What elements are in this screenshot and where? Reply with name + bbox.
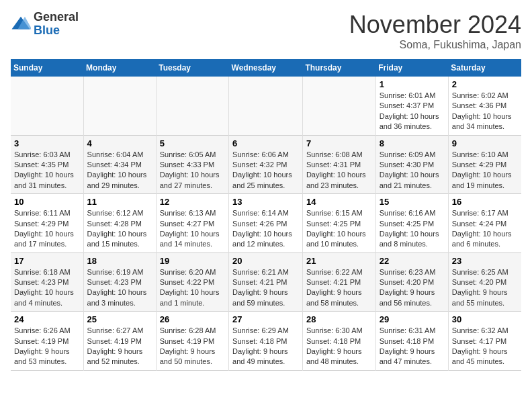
day-info: Sunrise: 6:14 AM Sunset: 4:26 PM Dayligh…	[232, 208, 299, 250]
week-row-2: 3Sunrise: 6:03 AM Sunset: 4:35 PM Daylig…	[11, 135, 521, 194]
day-info: Sunrise: 6:01 AM Sunset: 4:37 PM Dayligh…	[380, 91, 445, 132]
day-info: Sunrise: 6:16 AM Sunset: 4:25 PM Dayligh…	[380, 208, 445, 250]
day-number: 1	[380, 79, 445, 89]
day-info: Sunrise: 6:25 AM Sunset: 4:20 PM Dayligh…	[452, 267, 518, 309]
calendar-cell: 11Sunrise: 6:12 AM Sunset: 4:28 PM Dayli…	[83, 194, 156, 253]
title-block: November 2024 Soma, Fukushima, Japan	[349, 11, 521, 51]
page-header: General Blue November 2024 Soma, Fukushi…	[11, 11, 521, 51]
calendar-cell: 8Sunrise: 6:09 AM Sunset: 4:30 PM Daylig…	[375, 135, 448, 194]
header-day-wednesday: Wednesday	[229, 59, 303, 77]
calendar-cell: 23Sunrise: 6:25 AM Sunset: 4:20 PM Dayli…	[448, 253, 521, 312]
day-info: Sunrise: 6:26 AM Sunset: 4:19 PM Dayligh…	[14, 326, 80, 367]
day-number: 20	[232, 256, 299, 266]
day-info: Sunrise: 6:11 AM Sunset: 4:29 PM Dayligh…	[14, 208, 80, 250]
logo-text: General Blue	[34, 11, 79, 38]
day-info: Sunrise: 6:15 AM Sunset: 4:25 PM Dayligh…	[306, 208, 372, 250]
calendar-cell	[11, 77, 83, 135]
calendar-cell: 24Sunrise: 6:26 AM Sunset: 4:19 PM Dayli…	[11, 312, 83, 371]
day-number: 11	[87, 197, 152, 207]
calendar-cell: 19Sunrise: 6:20 AM Sunset: 4:22 PM Dayli…	[156, 253, 228, 312]
day-number: 17	[14, 256, 80, 266]
day-number: 16	[452, 197, 518, 207]
calendar-cell: 16Sunrise: 6:17 AM Sunset: 4:24 PM Dayli…	[448, 194, 521, 253]
day-number: 9	[452, 138, 518, 148]
calendar-cell: 28Sunrise: 6:30 AM Sunset: 4:18 PM Dayli…	[302, 312, 375, 371]
calendar-cell: 15Sunrise: 6:16 AM Sunset: 4:25 PM Dayli…	[375, 194, 448, 253]
month-title: November 2024	[349, 11, 521, 39]
day-info: Sunrise: 6:12 AM Sunset: 4:28 PM Dayligh…	[87, 208, 152, 250]
day-info: Sunrise: 6:09 AM Sunset: 4:30 PM Dayligh…	[380, 150, 445, 191]
day-info: Sunrise: 6:31 AM Sunset: 4:18 PM Dayligh…	[380, 326, 445, 367]
day-number: 18	[87, 256, 152, 266]
calendar-cell: 30Sunrise: 6:32 AM Sunset: 4:17 PM Dayli…	[448, 312, 521, 371]
day-number: 10	[14, 197, 80, 207]
calendar-cell: 6Sunrise: 6:06 AM Sunset: 4:32 PM Daylig…	[229, 135, 303, 194]
calendar-cell: 20Sunrise: 6:21 AM Sunset: 4:21 PM Dayli…	[229, 253, 303, 312]
calendar-body: 1Sunrise: 6:01 AM Sunset: 4:37 PM Daylig…	[11, 77, 521, 370]
day-info: Sunrise: 6:21 AM Sunset: 4:21 PM Dayligh…	[232, 267, 299, 309]
day-number: 26	[160, 314, 225, 324]
day-info: Sunrise: 6:27 AM Sunset: 4:19 PM Dayligh…	[87, 326, 152, 367]
header-day-saturday: Saturday	[448, 59, 521, 77]
calendar-cell: 4Sunrise: 6:04 AM Sunset: 4:34 PM Daylig…	[83, 135, 156, 194]
calendar-cell	[229, 77, 303, 135]
day-info: Sunrise: 6:29 AM Sunset: 4:18 PM Dayligh…	[232, 326, 299, 367]
day-number: 27	[232, 314, 299, 324]
day-number: 24	[14, 314, 80, 324]
day-info: Sunrise: 6:18 AM Sunset: 4:23 PM Dayligh…	[14, 267, 80, 309]
day-info: Sunrise: 6:19 AM Sunset: 4:23 PM Dayligh…	[87, 267, 152, 309]
logo: General Blue	[11, 11, 79, 38]
calendar-cell: 26Sunrise: 6:28 AM Sunset: 4:19 PM Dayli…	[156, 312, 228, 371]
day-number: 5	[160, 138, 225, 148]
calendar-cell: 7Sunrise: 6:08 AM Sunset: 4:31 PM Daylig…	[302, 135, 375, 194]
day-number: 7	[306, 138, 372, 148]
calendar-cell: 1Sunrise: 6:01 AM Sunset: 4:37 PM Daylig…	[375, 77, 448, 135]
day-number: 25	[87, 314, 152, 324]
calendar-cell: 22Sunrise: 6:23 AM Sunset: 4:20 PM Dayli…	[375, 253, 448, 312]
calendar-cell: 3Sunrise: 6:03 AM Sunset: 4:35 PM Daylig…	[11, 135, 83, 194]
calendar-cell: 17Sunrise: 6:18 AM Sunset: 4:23 PM Dayli…	[11, 253, 83, 312]
day-info: Sunrise: 6:20 AM Sunset: 4:22 PM Dayligh…	[160, 267, 225, 309]
calendar-cell: 9Sunrise: 6:10 AM Sunset: 4:29 PM Daylig…	[448, 135, 521, 194]
calendar-cell: 18Sunrise: 6:19 AM Sunset: 4:23 PM Dayli…	[83, 253, 156, 312]
calendar-cell: 13Sunrise: 6:14 AM Sunset: 4:26 PM Dayli…	[229, 194, 303, 253]
calendar-cell	[302, 77, 375, 135]
header-day-monday: Monday	[83, 59, 156, 77]
calendar-cell: 5Sunrise: 6:05 AM Sunset: 4:33 PM Daylig…	[156, 135, 228, 194]
day-info: Sunrise: 6:30 AM Sunset: 4:18 PM Dayligh…	[306, 326, 372, 367]
calendar-cell: 21Sunrise: 6:22 AM Sunset: 4:21 PM Dayli…	[302, 253, 375, 312]
day-info: Sunrise: 6:17 AM Sunset: 4:24 PM Dayligh…	[452, 208, 518, 250]
day-info: Sunrise: 6:08 AM Sunset: 4:31 PM Dayligh…	[306, 150, 372, 191]
day-info: Sunrise: 6:28 AM Sunset: 4:19 PM Dayligh…	[160, 326, 225, 367]
day-info: Sunrise: 6:04 AM Sunset: 4:34 PM Dayligh…	[87, 150, 152, 191]
header-day-thursday: Thursday	[302, 59, 375, 77]
week-row-4: 17Sunrise: 6:18 AM Sunset: 4:23 PM Dayli…	[11, 253, 521, 312]
logo-blue-text: Blue	[34, 24, 79, 38]
calendar-cell: 12Sunrise: 6:13 AM Sunset: 4:27 PM Dayli…	[156, 194, 228, 253]
day-number: 23	[452, 256, 518, 266]
day-number: 30	[452, 314, 518, 324]
day-info: Sunrise: 6:22 AM Sunset: 4:21 PM Dayligh…	[306, 267, 372, 309]
week-row-5: 24Sunrise: 6:26 AM Sunset: 4:19 PM Dayli…	[11, 312, 521, 371]
day-number: 6	[232, 138, 299, 148]
day-info: Sunrise: 6:06 AM Sunset: 4:32 PM Dayligh…	[232, 150, 299, 191]
calendar-table: SundayMondayTuesdayWednesdayThursdayFrid…	[11, 59, 521, 371]
day-number: 15	[380, 197, 445, 207]
day-number: 12	[160, 197, 225, 207]
calendar-cell: 29Sunrise: 6:31 AM Sunset: 4:18 PM Dayli…	[375, 312, 448, 371]
calendar-cell: 10Sunrise: 6:11 AM Sunset: 4:29 PM Dayli…	[11, 194, 83, 253]
calendar-cell: 27Sunrise: 6:29 AM Sunset: 4:18 PM Dayli…	[229, 312, 303, 371]
day-number: 22	[380, 256, 445, 266]
logo-general-text: General	[34, 11, 79, 24]
day-info: Sunrise: 6:13 AM Sunset: 4:27 PM Dayligh…	[160, 208, 225, 250]
logo-icon	[11, 14, 31, 34]
day-info: Sunrise: 6:05 AM Sunset: 4:33 PM Dayligh…	[160, 150, 225, 191]
day-number: 8	[380, 138, 445, 148]
week-row-1: 1Sunrise: 6:01 AM Sunset: 4:37 PM Daylig…	[11, 77, 521, 135]
day-number: 4	[87, 138, 152, 148]
day-number: 29	[380, 314, 445, 324]
calendar-cell	[83, 77, 156, 135]
day-number: 28	[306, 314, 372, 324]
calendar-cell: 14Sunrise: 6:15 AM Sunset: 4:25 PM Dayli…	[302, 194, 375, 253]
day-info: Sunrise: 6:02 AM Sunset: 4:36 PM Dayligh…	[452, 91, 518, 132]
